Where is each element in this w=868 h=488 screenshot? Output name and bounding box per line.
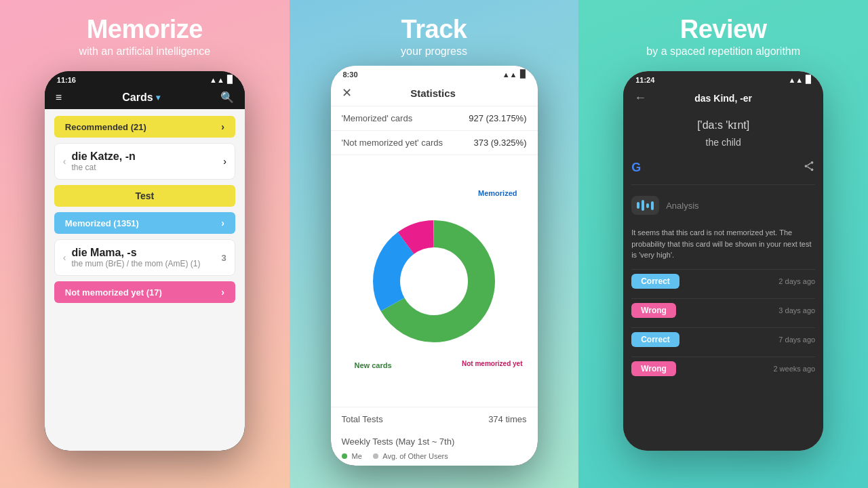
total-tests-value: 374 times — [488, 414, 526, 424]
signal-icon-track: ▉ — [520, 70, 526, 79]
phone-track: 8:30 ▲▲ ▉ ✕ Statistics 'Memorized' cards… — [331, 66, 538, 466]
memorized-stat-value: 927 (23.175%) — [469, 113, 526, 123]
svg-point-3 — [403, 251, 465, 312]
review-panel: Review by a spaced repetition algorithm … — [578, 0, 868, 488]
signal-icon-review: ▉ — [806, 75, 811, 84]
divider-1 — [631, 184, 815, 185]
stat-row-not-memorized: 'Not memorized yet' cards 373 (9.325%) — [331, 131, 538, 155]
recommended-label: Recommended (21) — [65, 122, 146, 132]
back-arrow-icon[interactable]: ← — [634, 91, 646, 105]
memorize-subtitle: with an artificial intelligence — [79, 45, 210, 58]
chevron-right-1: › — [223, 156, 226, 167]
correct-badge-1: Correct — [631, 274, 679, 289]
translation: the child — [631, 137, 815, 152]
card-item-2[interactable]: ‹ die Mama, -s the mum (BrE) / the mom (… — [54, 239, 235, 276]
card2-word: die Mama, -s — [72, 247, 201, 259]
google-row: G — [631, 157, 815, 178]
memorized-stat-label: 'Memorized' cards — [342, 113, 413, 123]
analysis-row: Analysis — [631, 192, 815, 219]
status-icons-track: ▲▲ ▉ — [502, 70, 526, 79]
review-header: Review by a spaced repetition algorithm — [633, 0, 814, 66]
chevron-right-not-memorized: › — [221, 287, 224, 298]
memorize-title: Memorize — [79, 15, 210, 44]
word-title-review: das Kind, -er — [694, 93, 752, 104]
menu-icon[interactable]: ≡ — [56, 92, 62, 104]
status-icons-review: ▲▲ ▉ — [788, 75, 811, 84]
app-bar-track: ✕ Statistics — [331, 81, 538, 106]
chart-icon — [631, 196, 659, 215]
time-track: 8:30 — [343, 70, 358, 79]
svg-point-6 — [811, 168, 814, 171]
app-bar-memorize: ≡ Cards ▾ 🔍 — [45, 87, 245, 109]
status-icons: ▲▲ ▉ — [210, 75, 233, 84]
memorized-button[interactable]: Memorized (1351) › — [54, 212, 235, 234]
result-row-4: Wrong 2 weeks ago — [631, 357, 815, 380]
legend-avg: Avg. of Other Users — [373, 452, 448, 460]
cards-title: Cards — [122, 92, 153, 104]
chevron-right-memorized: › — [221, 218, 224, 228]
memorized-chart-label: Memorized — [478, 189, 517, 197]
weekly-tests-label: Weekly Tests (May 1st ~ 7th) — [342, 436, 455, 447]
recommended-button[interactable]: Recommended (21) › — [54, 116, 235, 138]
memorize-panel: Memorize with an artificial intelligence… — [0, 0, 290, 488]
wifi-icon-track: ▲▲ — [502, 70, 517, 79]
dropdown-icon: ▾ — [156, 93, 160, 102]
status-bar-review: 11:24 ▲▲ ▉ — [623, 71, 823, 87]
not-memorized-chart-label: Not memorized yet — [462, 360, 522, 367]
phone-memorize: 11:16 ▲▲ ▉ ≡ Cards ▾ 🔍 Recommended — [45, 71, 245, 451]
wifi-icon: ▲▲ — [210, 76, 224, 84]
analysis-text: It seems that this card is not memorized… — [631, 224, 815, 264]
test-label: Test — [135, 190, 154, 201]
test-button[interactable]: Test — [54, 185, 235, 207]
statistics-title: Statistics — [410, 87, 456, 99]
phone-review: 11:24 ▲▲ ▉ ← das Kind, -er ['da:s 'kɪnt]… — [623, 71, 823, 451]
card-item-1[interactable]: ‹ die Katze, -n the cat › — [54, 143, 235, 180]
review-title: Review — [646, 15, 800, 44]
share-icon[interactable] — [803, 160, 815, 175]
memorized-label: Memorized (1351) — [65, 218, 139, 228]
chart-area: Memorized New cards Not memorized yet — [331, 155, 538, 407]
card1-word: die Katze, -n — [72, 150, 136, 163]
close-button[interactable]: ✕ — [342, 85, 352, 100]
phonetic: ['da:s 'kɪnt] — [631, 119, 815, 131]
track-panel: Track your progress 8:30 ▲▲ ▉ ✕ Statisti… — [290, 0, 579, 488]
not-memorized-label: Not memorized yet (17) — [65, 287, 162, 298]
total-tests-row: Total Tests 374 times — [331, 407, 538, 431]
not-memorized-stat-label: 'Not memorized yet' cards — [342, 138, 443, 148]
legend-row: Me Avg. of Other Users — [331, 449, 538, 466]
total-tests-label: Total Tests — [342, 414, 383, 424]
signal-icon: ▉ — [227, 75, 233, 84]
correct-badge-2: Correct — [631, 332, 679, 347]
chevron-right-recommended: › — [221, 121, 224, 132]
track-header: Track your progress — [387, 0, 481, 66]
svg-point-4 — [811, 161, 814, 164]
card-list: Recommended (21) › ‹ die Katze, -n the c… — [45, 109, 245, 451]
track-title: Track — [401, 15, 467, 44]
status-bar-memorize: 11:16 ▲▲ ▉ — [45, 71, 245, 87]
search-icon[interactable]: 🔍 — [220, 91, 234, 104]
result-row-3: Correct 7 days ago — [631, 327, 815, 351]
svg-point-5 — [805, 165, 808, 167]
not-memorized-stat-value: 373 (9.325%) — [473, 138, 526, 148]
new-cards-chart-label: New cards — [355, 361, 392, 369]
card1-translation: the cat — [72, 163, 136, 172]
stat-row-memorized: 'Memorized' cards 927 (23.175%) — [331, 106, 538, 131]
not-memorized-button[interactable]: Not memorized yet (17) › — [54, 281, 235, 303]
chevron-left-1: ‹ — [63, 156, 66, 167]
time-ago-2: 3 days ago — [778, 306, 815, 314]
result-row-1: Correct 2 days ago — [631, 269, 815, 293]
wrong-badge-2: Wrong — [631, 361, 676, 376]
time-ago-4: 2 weeks ago — [773, 365, 815, 373]
weekly-tests-row: Weekly Tests (May 1st ~ 7th) — [331, 431, 538, 449]
svg-line-7 — [808, 163, 811, 165]
wifi-icon-review: ▲▲ — [788, 76, 803, 84]
status-bar-track: 8:30 ▲▲ ▉ — [331, 66, 538, 81]
analysis-label: Analysis — [666, 201, 698, 211]
legend-me: Me — [342, 452, 362, 460]
wrong-badge-1: Wrong — [631, 303, 676, 318]
memorize-header: Memorize with an artificial intelligence — [65, 0, 224, 66]
google-icon[interactable]: G — [631, 161, 641, 175]
card2-translation: the mum (BrE) / the mom (AmE) (1) — [72, 259, 201, 268]
time-memorize: 11:16 — [57, 76, 76, 84]
track-subtitle: your progress — [401, 45, 467, 58]
